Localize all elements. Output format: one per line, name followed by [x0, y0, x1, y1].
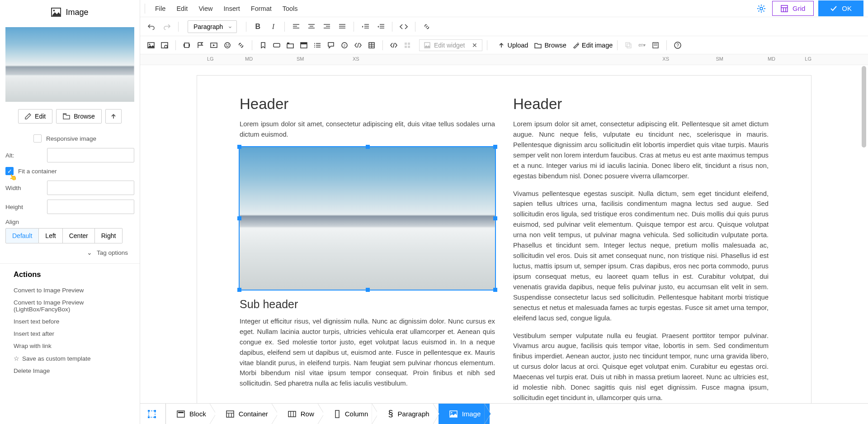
insert-bookmark-button[interactable]	[257, 39, 269, 52]
alt-input[interactable]	[47, 148, 134, 162]
upload-button-tb[interactable]: Upload	[498, 42, 528, 49]
align-left-button[interactable]	[289, 20, 303, 33]
grid-button[interactable]: Grid	[772, 1, 814, 16]
help-button[interactable]: ?	[671, 39, 684, 52]
insert-video-button[interactable]	[208, 39, 220, 52]
responsive-checkbox-row[interactable]: Responsive image	[5, 134, 134, 143]
insert-image-button[interactable]	[145, 39, 157, 52]
action-convert-lightbox[interactable]: Convert to Image Preview (LightBox/Fancy…	[14, 296, 126, 315]
subheader-1[interactable]: Sub header	[240, 298, 495, 311]
insert-link-button[interactable]	[235, 39, 247, 52]
header-1[interactable]: Header	[240, 95, 495, 113]
align-center-button[interactable]	[305, 20, 318, 33]
menu-tools[interactable]: Tools	[277, 2, 303, 15]
insert-comment-button[interactable]	[325, 39, 337, 52]
insert-tabs-button[interactable]	[284, 39, 297, 52]
responsive-checkbox[interactable]	[33, 134, 42, 143]
resize-handle-tm[interactable]	[366, 145, 370, 149]
action-delete[interactable]: Delete Image	[14, 365, 126, 377]
resize-handle-br[interactable]	[493, 288, 497, 292]
selected-image[interactable]	[240, 147, 495, 290]
paragraph-1[interactable]: Lorem ipsum dolor sit amet, consectetur …	[240, 119, 495, 140]
action-insert-after[interactable]: Insert text after	[14, 328, 126, 340]
menubar: File Edit View Insert Format Tools Grid …	[140, 0, 868, 17]
menu-edit[interactable]: Edit	[171, 2, 193, 15]
indent-button[interactable]	[374, 20, 387, 33]
insert-table-button[interactable]	[365, 39, 378, 52]
browse-button-tb[interactable]: Browse	[534, 42, 566, 49]
insert-preview-button[interactable]	[158, 39, 171, 52]
resize-handle-mr[interactable]	[493, 216, 497, 220]
action-convert-preview[interactable]: Convert to Image Preview	[14, 284, 126, 296]
fit-container-row[interactable]: ✓ 👆 Fit a container	[5, 167, 134, 175]
menu-view[interactable]: View	[193, 2, 218, 15]
breadcrumb-container[interactable]: Container	[215, 404, 277, 424]
insert-embed-button[interactable]	[352, 39, 364, 52]
insert-counter-button[interactable]: 2	[338, 39, 351, 52]
insert-widget-button[interactable]	[401, 39, 414, 52]
link-button[interactable]	[420, 20, 434, 33]
height-input[interactable]	[47, 200, 134, 214]
ok-button[interactable]: OK	[818, 0, 863, 16]
edit-button[interactable]: Edit	[18, 109, 52, 124]
gear-icon[interactable]	[755, 2, 768, 15]
paragraph-r2[interactable]: Vivamus pellentesque egestas suscipit. N…	[513, 189, 769, 324]
breadcrumb-image[interactable]: Image	[439, 404, 490, 424]
resize-handle-tl[interactable]	[237, 145, 241, 149]
language-button[interactable]: en▾	[636, 39, 648, 52]
width-input[interactable]	[47, 181, 134, 195]
header-2[interactable]: Header	[513, 95, 769, 113]
insert-slider-button[interactable]	[180, 39, 193, 52]
insert-button-button[interactable]	[270, 39, 283, 52]
action-wrap-link[interactable]: Wrap with link	[14, 340, 126, 352]
breadcrumb-paragraph[interactable]: § Paragraph	[377, 404, 438, 424]
resize-handle-bm[interactable]	[366, 288, 370, 292]
align-right[interactable]: Right	[95, 228, 123, 243]
outdent-button[interactable]	[359, 20, 372, 33]
insert-html-button[interactable]	[387, 39, 400, 52]
redo-button[interactable]	[160, 20, 174, 33]
paragraph-r1[interactable]: Lorem ipsum dolor sit amet, consectetur …	[513, 119, 769, 181]
undo-button[interactable]	[145, 20, 158, 33]
resize-handle-tr[interactable]	[493, 145, 497, 149]
breadcrumb-row[interactable]: Row	[277, 404, 323, 424]
insert-flag-button[interactable]	[194, 39, 207, 52]
menu-insert[interactable]: Insert	[218, 2, 245, 15]
action-insert-before[interactable]: Insert text before	[14, 315, 126, 328]
edit-widget-control: Edit widget ✕	[419, 39, 482, 51]
breadcrumb-column[interactable]: Column	[323, 404, 377, 424]
paragraph-style-select[interactable]: Paragraph	[188, 20, 237, 33]
ruler-md-right: MD	[768, 56, 775, 62]
menu-format[interactable]: Format	[245, 2, 277, 15]
scrollbar[interactable]	[861, 65, 867, 403]
align-justify-button[interactable]	[335, 20, 349, 33]
editor-canvas[interactable]: Header Lorem ipsum dolor sit amet, conse…	[140, 65, 868, 403]
tag-options-toggle[interactable]: ⌄ Tag options	[5, 243, 134, 262]
resize-handle-ml[interactable]	[237, 216, 241, 220]
breadcrumb-select[interactable]	[140, 404, 165, 424]
browse-button[interactable]: Browse	[56, 109, 102, 124]
insert-icon-button[interactable]	[221, 39, 234, 52]
breadcrumb-block[interactable]: Block	[165, 404, 215, 424]
align-center[interactable]: Center	[63, 228, 95, 243]
svg-rect-67	[149, 411, 155, 417]
code-button[interactable]	[397, 20, 410, 33]
scrollbar-thumb[interactable]	[862, 66, 866, 148]
edit-image-button-tb[interactable]: Edit image	[573, 42, 613, 49]
italic-button[interactable]: I	[266, 20, 280, 33]
align-right-button[interactable]	[320, 20, 334, 33]
upload-button[interactable]	[105, 109, 122, 124]
action-save-template[interactable]: ☆Save as custom template	[14, 352, 126, 365]
paragraph-2[interactable]: Integer ut efficitur risus, vel dignissi…	[240, 316, 495, 389]
menu-file[interactable]: File	[150, 2, 171, 15]
close-icon[interactable]: ✕	[472, 42, 477, 49]
insert-card-button[interactable]	[297, 39, 310, 52]
note-button[interactable]	[649, 39, 662, 52]
paragraph-r3[interactable]: Vestibulum semper vulputate nulla eu feu…	[513, 331, 769, 403]
align-left[interactable]: Left	[39, 228, 62, 243]
copy-button[interactable]	[622, 39, 635, 52]
insert-list-button[interactable]	[311, 39, 324, 52]
resize-handle-bl[interactable]	[237, 288, 241, 292]
align-default[interactable]: Default	[5, 228, 39, 243]
bold-button[interactable]: B	[251, 20, 264, 33]
